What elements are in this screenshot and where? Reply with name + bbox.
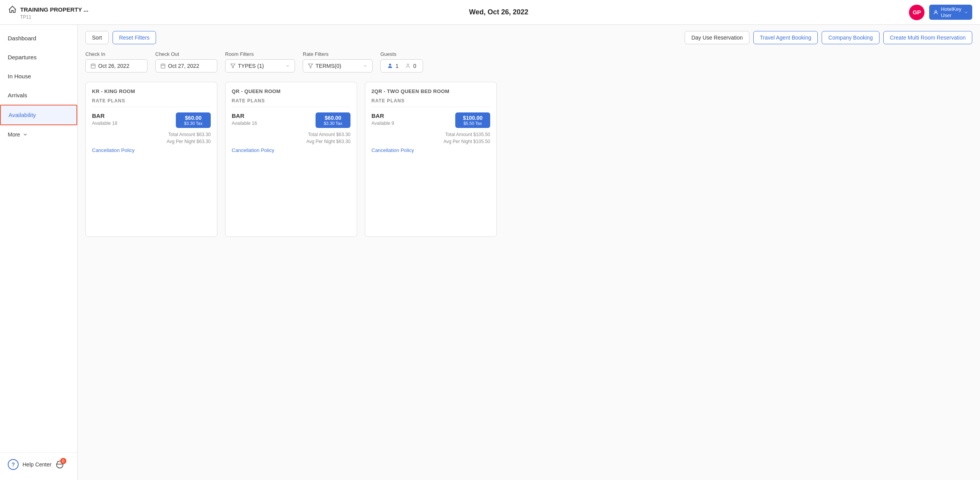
rate-plans-label-2qr: RATE PLANS [371,98,490,107]
cancellation-link-2qr-0[interactable]: Cancellation Policy [371,147,414,153]
rate-price-btn-kr-0[interactable]: $60.00 $3.30 Tax [176,112,211,128]
rate-row-qr-0: BAR Available 16 $60.00 $3.30 Tax [232,112,350,128]
property-info: TRAINING PROPERTY ... TP11 [8,5,88,20]
toolbar: Sort Reset Filters Day Use Reservation T… [85,31,972,44]
checkout-filter: Check Out Oct 27, 2022 [155,51,217,73]
create-multi-room-button[interactable]: Create Multi Room Reservation [883,31,972,44]
user-icon [933,10,938,15]
rate-row-kr-0: BAR Available 18 $60.00 $3.30 Tax [92,112,211,128]
header: TRAINING PROPERTY ... TP11 Wed, Oct 26, … [0,0,980,25]
checkin-input[interactable]: Oct 26, 2022 [85,59,147,73]
tax-kr-0: $3.30 Tax [180,121,206,126]
svg-point-12 [389,64,391,66]
checkout-label: Check Out [155,51,217,57]
room-card-title-kr: KR - KING ROOM [92,88,211,94]
help-icon[interactable]: ? [8,459,19,470]
travel-agent-button[interactable]: Travel Agent Booking [753,31,818,44]
sidebar-nav: Dashboard Departures In House Arrivals A… [0,29,77,144]
tax-2qr-0: $5.50 Tax [460,121,486,126]
rate-price-btn-qr-0[interactable]: $60.00 $3.30 Tax [316,112,350,128]
adults-item: 1 [387,63,399,69]
avg-qr-0: Avg Per Night $63.30 [306,139,350,144]
help-label: Help Center [23,461,52,468]
svg-rect-2 [91,64,95,68]
child-icon [405,63,411,69]
room-filters-select[interactable]: TYPES (1) [225,59,295,73]
hotelkey-badge[interactable]: HotelKey User [929,5,972,20]
notification-bell[interactable]: 0 [56,460,64,469]
calendar-icon [90,63,96,69]
available-kr-0: Available 18 [92,121,117,126]
filter-icon [230,63,236,69]
room-filters-label: Room Filters [225,51,295,57]
rate-price-btn-2qr-0[interactable]: $100.00 $5.50 Tax [455,112,490,128]
rate-plans-label-kr: RATE PLANS [92,98,211,107]
checkout-input[interactable]: Oct 27, 2022 [155,59,217,73]
notification-count: 0 [60,458,66,464]
checkin-label: Check In [85,51,147,57]
sidebar-more[interactable]: More [0,125,77,144]
filter-icon [308,63,313,69]
cancellation-link-kr-0[interactable]: Cancellation Policy [92,147,135,153]
header-date: Wed, Oct 26, 2022 [469,8,529,16]
rate-filter-value: TERMS(0) [316,63,341,69]
sidebar-item-arrivals[interactable]: Arrivals [0,86,77,105]
svg-marker-11 [308,64,313,68]
rate-name-kr-0: BAR [92,112,117,119]
filters-row: Check In Oct 26, 2022 Check Out Oct 27, … [85,51,972,73]
cancellation-link-qr-0[interactable]: Cancellation Policy [232,147,274,153]
room-grid: KR - KING ROOM RATE PLANS BAR Available … [85,82,972,237]
svg-marker-10 [231,64,235,68]
chevron-down-icon [363,64,368,68]
price-2qr-0: $100.00 [463,115,483,121]
more-label: More [8,131,20,138]
layout: Dashboard Departures In House Arrivals A… [0,25,980,480]
sort-button[interactable]: Sort [85,31,109,44]
reset-filters-button[interactable]: Reset Filters [113,31,156,44]
rate-row-2qr-0: BAR Available 9 $100.00 $5.50 Tax [371,112,490,128]
sidebar-item-dashboard[interactable]: Dashboard [0,29,77,48]
room-filters-group: Room Filters TYPES (1) [225,51,295,73]
chevron-down-icon [23,132,28,137]
sidebar-item-departures[interactable]: Departures [0,48,77,67]
day-use-button[interactable]: Day Use Reservation [685,31,749,44]
calendar-icon [160,63,166,69]
rate-filters-select[interactable]: TERMS(0) [303,59,373,73]
svg-rect-6 [161,64,165,68]
room-card-title-qr: QR - QUEEN ROOM [232,88,350,94]
avatar[interactable]: GP [909,5,924,20]
company-booking-button[interactable]: Company Booking [822,31,879,44]
sidebar: Dashboard Departures In House Arrivals A… [0,25,78,480]
room-card-qr: QR - QUEEN ROOM RATE PLANS BAR Available… [225,82,357,237]
sidebar-item-inhouse[interactable]: In House [0,67,77,86]
room-filter-value: TYPES (1) [238,63,264,69]
total-qr-0: Total Amount $63.30 [306,132,350,137]
total-2qr-0: Total Amount $105.50 [443,132,490,137]
room-card-kr: KR - KING ROOM RATE PLANS BAR Available … [85,82,217,237]
sidebar-footer: ? Help Center 0 [0,452,77,476]
property-name: TRAINING PROPERTY ... [20,6,88,13]
header-user-area: GP HotelKey User [909,5,972,20]
price-qr-0: $60.00 [325,115,342,121]
price-kr-0: $60.00 [185,115,202,121]
avg-kr-0: Avg Per Night $63.30 [167,139,211,144]
main-content: Sort Reset Filters Day Use Reservation T… [78,25,980,480]
tax-qr-0: $3.30 Tax [320,121,346,126]
sidebar-item-availability[interactable]: Availability [0,105,77,125]
rate-name-qr-0: BAR [232,112,257,119]
guests-input[interactable]: 1 0 [380,59,423,73]
svg-point-13 [407,64,409,66]
hotelkey-label: HotelKey [941,6,961,12]
rate-filters-group: Rate Filters TERMS(0) [303,51,373,73]
adults-count: 1 [395,63,399,69]
rate-filters-label: Rate Filters [303,51,373,57]
room-card-title-2qr: 2QR - TWO QUEEN BED ROOM [371,88,490,94]
property-code: TP11 [20,14,88,20]
checkout-value: Oct 27, 2022 [168,63,199,69]
rate-plans-label-qr: RATE PLANS [232,98,350,107]
guests-label: Guests [380,51,423,57]
room-card-2qr: 2QR - TWO QUEEN BED ROOM RATE PLANS BAR … [365,82,497,237]
children-count: 0 [413,63,416,69]
avg-2qr-0: Avg Per Night $105.50 [443,139,490,144]
checkin-filter: Check In Oct 26, 2022 [85,51,147,73]
